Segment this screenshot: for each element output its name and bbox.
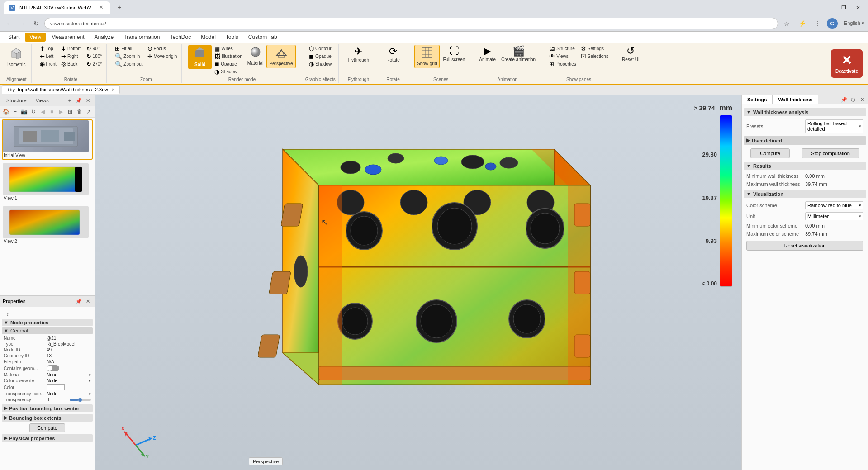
perspective-button[interactable]: Perspective (266, 45, 295, 68)
contains-geom-toggle[interactable] (47, 365, 59, 371)
color-picker[interactable] (47, 384, 65, 390)
views-home-btn[interactable]: 🏠 (2, 107, 10, 116)
menu-measurement[interactable]: Measurement (47, 33, 89, 42)
structure-pane-button[interactable]: 🗂 Structure (547, 45, 578, 52)
menu-start[interactable]: Start (4, 33, 24, 42)
file-tab[interactable]: +by_topic\wall-thickness\Wallthickness_2… (2, 85, 120, 94)
views-tab[interactable]: Views (32, 97, 52, 104)
views-stop-btn[interactable]: ■ (47, 107, 56, 116)
deactivate-button[interactable]: ✕ Deactivate (831, 49, 863, 78)
left-button[interactable]: ⬅ Left (38, 52, 58, 60)
profile-avatar[interactable]: G (827, 18, 838, 29)
right-button[interactable]: ➡ Right (59, 52, 84, 60)
extension-icon[interactable]: ⚡ (796, 17, 809, 30)
menu-transformation[interactable]: Transformation (119, 33, 164, 42)
visualization-header[interactable]: ▼ Visualization (744, 190, 866, 198)
physical-properties-header[interactable]: ▶ Physical properties (2, 434, 93, 442)
reload-button[interactable]: ↻ (31, 18, 42, 29)
create-animation-button[interactable]: 🎬 Create animation (499, 45, 538, 64)
props-pin-icon[interactable]: 📌 (75, 297, 83, 305)
transparency-slider[interactable] (70, 399, 91, 401)
views-delete-btn[interactable]: 🗑 (75, 107, 83, 116)
color-overwrite-dropdown[interactable]: Node ▾ (47, 378, 91, 383)
panel-pin-icon[interactable]: 📌 (75, 96, 83, 104)
show-grid-button[interactable]: Show grid (414, 45, 440, 68)
rotate-180-button[interactable]: ↻ 180° (85, 52, 104, 60)
material-dropdown[interactable]: None ▾ (47, 372, 91, 377)
views-pane-button[interactable]: 👁 Views (547, 52, 578, 60)
move-origin-button[interactable]: ✛ Move origin (146, 52, 179, 60)
menu-model[interactable]: Model (196, 33, 220, 42)
structure-tab[interactable]: Structure (3, 97, 30, 104)
forward-button[interactable]: → (17, 18, 28, 29)
wires-button[interactable]: ▦ Wires (213, 45, 244, 52)
selections-pane-button[interactable]: ☑ Selections (579, 52, 610, 60)
minimize-button[interactable]: ─ (823, 1, 835, 14)
file-tab-close[interactable]: ✕ (111, 87, 115, 92)
back-button[interactable]: ◎ Back (59, 60, 84, 68)
menu-custom-tab[interactable]: Custom Tab (244, 33, 282, 42)
transparency-over-dropdown[interactable]: Node ▾ (47, 391, 91, 396)
menu-analyze[interactable]: Analyze (90, 33, 119, 42)
wt-analysis-header[interactable]: ▼ Wall thickness analysis (744, 108, 866, 116)
url-bar[interactable]: vsweb.kisters.de/internal/ (44, 18, 778, 29)
close-button[interactable]: ✕ (852, 1, 864, 14)
bottom-button[interactable]: ⬇ Bottom (59, 45, 84, 52)
active-tab[interactable]: V INTERNAL 3DViewStation WebV... ✕ (4, 1, 110, 14)
menu-tools[interactable]: Tools (221, 33, 243, 42)
menu-techdoc[interactable]: TechDoc (165, 33, 195, 42)
fit-all-button[interactable]: ⊞ Fit all (113, 45, 144, 52)
opaque-effects-button[interactable]: ◼ Opaque (307, 52, 333, 60)
bookmark-icon[interactable]: ☆ (781, 17, 793, 30)
props-sort-icon[interactable]: ↕ (4, 310, 12, 318)
presets-dropdown[interactable]: Rolling ball based - detailed ▾ (805, 119, 863, 133)
wall-thickness-tab[interactable]: Wall thickness (773, 95, 818, 104)
restore-button[interactable]: ❐ (837, 1, 850, 14)
panel-close-icon[interactable]: ✕ (84, 96, 92, 104)
full-screen-button[interactable]: ⛶ Full screen (441, 45, 467, 64)
view-item-initial[interactable]: Initial View (2, 119, 93, 160)
isometric-button[interactable]: Isometric (5, 45, 28, 69)
compute-button[interactable]: Compute (750, 148, 790, 158)
results-header[interactable]: ▼ Results (744, 162, 866, 170)
views-next-btn[interactable]: ▶ (57, 107, 65, 116)
stop-computation-button[interactable]: Stop computation (802, 148, 859, 158)
unit-dropdown[interactable]: Millimeter ▾ (805, 212, 863, 220)
contour-button[interactable]: ⬡ Contour (307, 45, 333, 52)
views-export-btn[interactable]: ↗ (85, 107, 93, 116)
top-button[interactable]: ⬆ Top (38, 45, 58, 52)
menu-view[interactable]: View (25, 33, 46, 42)
views-grid-btn[interactable]: ⊞ (66, 107, 74, 116)
properties-pane-button[interactable]: ⊞ Properties (547, 60, 578, 68)
new-tab-button[interactable]: + (114, 2, 125, 13)
settings-unpin-icon[interactable]: ⬡ (849, 95, 857, 104)
bounding-extents-header[interactable]: ▶ Bounding box extents (2, 414, 93, 422)
zoom-in-button[interactable]: 🔍 Zoom in (113, 52, 144, 60)
rotate-anim-button[interactable]: ⟳ Rotate (381, 45, 405, 65)
opaque-button[interactable]: ◼ Opaque (213, 60, 244, 68)
illustration-button[interactable]: 🖼 Illustration (213, 52, 244, 60)
general-section-header[interactable]: ▼ General (2, 327, 93, 334)
views-camera-btn[interactable]: 📷 (20, 107, 28, 116)
rotate-90-button[interactable]: ↻ 90° (85, 45, 104, 52)
views-add-btn[interactable]: + (11, 107, 19, 116)
properties-compute-button[interactable]: Compute (29, 423, 65, 432)
color-scheme-dropdown[interactable]: Rainbow red to blue ▾ (805, 201, 863, 209)
reset-visualization-button[interactable]: Reset visualization (746, 241, 863, 251)
position-bounding-header[interactable]: ▶ Position bounding box center (2, 404, 93, 412)
settings-pane-button[interactable]: ⚙ Settings (579, 45, 610, 52)
material-button[interactable]: Material (245, 45, 266, 67)
view-item-1[interactable]: View 1 (2, 162, 93, 203)
focus-button[interactable]: ⊙ Focus (146, 45, 179, 52)
animate-button[interactable]: ▶ Animate (477, 45, 498, 64)
user-defined-header[interactable]: ▶ User defined (744, 136, 866, 145)
reset-ui-button[interactable]: ↺ Reset UI (620, 45, 642, 64)
node-properties-header[interactable]: ▼ Node properties (2, 319, 93, 326)
shadow-button[interactable]: ◑ Shadow (213, 68, 244, 76)
settings-close-icon[interactable]: ✕ (858, 95, 866, 104)
language-selector[interactable]: English ▾ (844, 20, 864, 26)
solid-button[interactable]: Solid (188, 45, 212, 69)
panel-add-icon[interactable]: + (66, 96, 74, 104)
shadow-effects-button[interactable]: ◑ Shadow (307, 60, 333, 68)
zoom-out-button[interactable]: 🔍 Zoom out (113, 60, 144, 68)
